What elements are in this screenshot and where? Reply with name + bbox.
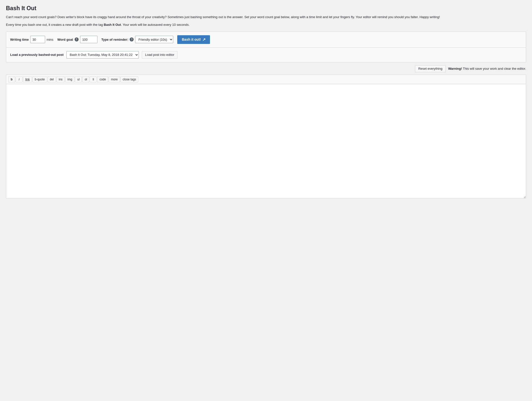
writing-time-input[interactable] xyxy=(30,36,45,43)
toolbar-italic-button[interactable]: i xyxy=(16,76,23,82)
toolbar-bold-button[interactable]: b xyxy=(8,76,15,82)
toolbar-more-button[interactable]: more xyxy=(109,76,120,82)
toolbar-del-button[interactable]: del xyxy=(48,76,56,82)
reminder-select[interactable]: Friendly editor (10s) Strict editor (5s)… xyxy=(135,36,173,43)
warning-detail: This will save your work and clear the e… xyxy=(462,67,526,70)
load-label: Load a previously bashed-out post xyxy=(10,53,63,57)
writing-time-label: Writing time xyxy=(10,38,29,41)
page-title: Bash It Out xyxy=(6,5,526,12)
controls-row: Writing time mins Word goal ? Type of re… xyxy=(6,32,526,48)
word-goal-input[interactable] xyxy=(80,36,97,43)
toolbar-li-button[interactable]: li xyxy=(90,76,97,82)
description-2-suffix: . Your work will be autosaved every 10 s… xyxy=(121,23,190,27)
toolbar-img-button[interactable]: img xyxy=(65,76,74,82)
mins-label: mins xyxy=(47,38,53,41)
warning-message: Warning! This will save your work and cl… xyxy=(448,67,526,70)
editor-toolbar: b i link b-quote del ins img ul ol li co… xyxy=(6,75,526,84)
description-2-tag: Bash It Out xyxy=(104,23,121,27)
toolbar-link-button[interactable]: link xyxy=(23,76,32,82)
toolbar-ul-button[interactable]: ul xyxy=(75,76,82,82)
editor-area: b i link b-quote del ins img ul ol li co… xyxy=(6,75,526,199)
reminder-group: Type of reminder: ? Friendly editor (10s… xyxy=(101,36,174,43)
load-post-button[interactable]: Load post into editor xyxy=(142,51,177,59)
toolbar-ins-button[interactable]: ins xyxy=(57,76,65,82)
description-paragraph-2: Every time you bash one out, it creates … xyxy=(6,22,526,28)
reset-everything-button[interactable]: Reset everything xyxy=(415,65,446,72)
bash-button-label: Bash it out! xyxy=(182,37,201,41)
load-row: Load a previously bashed-out post Bash I… xyxy=(6,48,526,62)
writing-time-group: Writing time mins xyxy=(10,36,53,43)
description-2-prefix: Every time you bash one out, it creates … xyxy=(6,23,104,27)
editor-textarea[interactable] xyxy=(6,84,526,198)
bash-arrow-icon: ↗ xyxy=(202,37,206,42)
reminder-help-icon: ? xyxy=(130,37,134,41)
toolbar-ol-button[interactable]: ol xyxy=(82,76,89,82)
toolbar-close-tags-button[interactable]: close tags xyxy=(120,76,138,82)
word-goal-group: Word goal ? xyxy=(57,36,97,43)
reminder-label: Type of reminder: xyxy=(101,38,128,41)
bash-it-out-button[interactable]: Bash it out! ↗ xyxy=(177,35,210,44)
warning-bold: Warning! xyxy=(448,67,462,70)
word-goal-help-icon: ? xyxy=(75,37,79,41)
toolbar-code-button[interactable]: code xyxy=(97,76,108,82)
reset-row: Reset everything Warning! This will save… xyxy=(6,65,526,72)
toolbar-bquote-button[interactable]: b-quote xyxy=(32,76,47,82)
load-post-select[interactable]: Bash It Out: Tuesday, May 8, 2018 20:41:… xyxy=(66,51,139,59)
description-paragraph-1: Can't reach your word count goals? Does … xyxy=(6,15,526,20)
main-settings-box: Writing time mins Word goal ? Type of re… xyxy=(6,32,526,62)
word-goal-label: Word goal xyxy=(57,38,73,41)
